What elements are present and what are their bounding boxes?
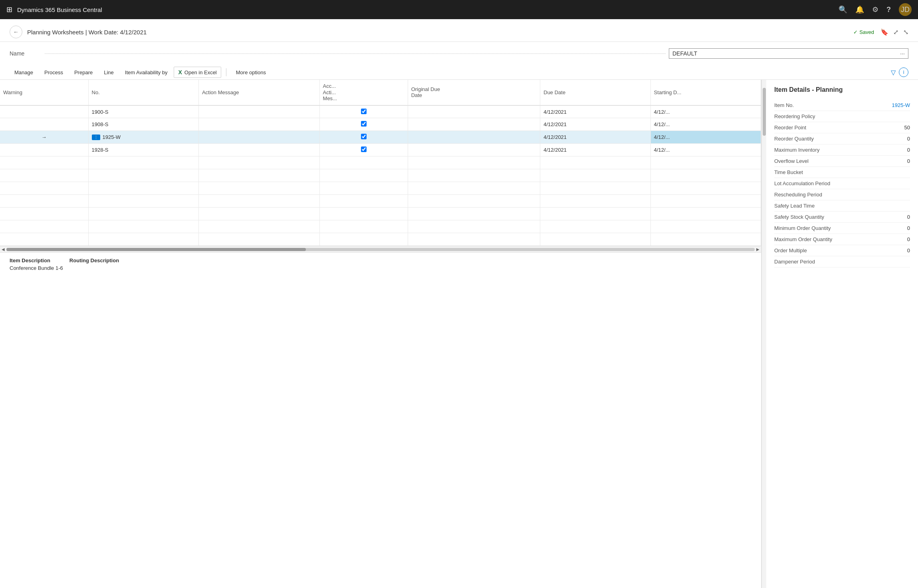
cell-action-message <box>198 144 319 156</box>
grid-icon[interactable]: ⊞ <box>6 5 12 14</box>
details-field-value: 0 <box>907 158 910 164</box>
process-button[interactable]: Process <box>40 67 68 78</box>
table-row[interactable]: 1928-S4/12/20214/12/... <box>0 144 761 156</box>
cell-checkbox[interactable] <box>319 195 408 208</box>
cell-starting-date <box>650 220 761 233</box>
table-row[interactable]: 1908-S4/12/20214/12/... <box>0 118 761 131</box>
row-checkbox[interactable] <box>361 134 367 139</box>
name-input[interactable] <box>672 50 897 57</box>
details-row: Maximum Order Quantity0 <box>774 234 910 245</box>
filter-icon[interactable]: ▽ <box>891 69 896 76</box>
table-row[interactable] <box>0 169 761 182</box>
cell-action-message <box>198 220 319 233</box>
table-row[interactable] <box>0 233 761 246</box>
details-field-label: Overflow Level <box>774 158 809 164</box>
details-field-value[interactable]: 1925-W <box>892 102 910 108</box>
table-header-row: Warning No. Action Message Acc...Acti...… <box>0 80 761 105</box>
user-avatar[interactable]: JD <box>899 3 912 16</box>
details-panel: Item Details - Planning Item No.1925-WRe… <box>766 80 918 588</box>
table-row[interactable] <box>0 208 761 220</box>
cell-checkbox[interactable] <box>319 220 408 233</box>
expand-icon[interactable]: ⤢ <box>893 28 898 36</box>
cell-starting-date: 4/12/... <box>650 118 761 131</box>
table-row[interactable]: →⋮1925-W4/12/20214/12/... <box>0 131 761 144</box>
cell-no: 1928-S <box>88 144 198 156</box>
cell-original-due-date <box>408 208 540 220</box>
cell-starting-date: 4/12/... <box>650 144 761 156</box>
toolbar-right: ▽ i <box>891 67 908 77</box>
cell-due-date <box>540 156 650 169</box>
details-row: Reorder Point50 <box>774 122 910 133</box>
back-button[interactable]: ← <box>10 26 22 38</box>
cell-original-due-date <box>408 182 540 195</box>
details-row: Safety Stock Quantity0 <box>774 212 910 223</box>
topbar: ⊞ Dynamics 365 Business Central 🔍 🔔 ⚙ ? … <box>0 0 918 19</box>
prepare-button[interactable]: Prepare <box>69 67 97 78</box>
manage-button[interactable]: Manage <box>10 67 38 78</box>
cell-no <box>88 195 198 208</box>
cell-checkbox[interactable] <box>319 118 408 131</box>
vertical-scrollbar[interactable] <box>761 80 766 588</box>
horizontal-scrollbar[interactable]: ◀ ▶ <box>0 246 761 252</box>
cell-checkbox[interactable] <box>319 105 408 118</box>
cell-original-due-date <box>408 169 540 182</box>
cell-due-date <box>540 182 650 195</box>
check-icon: ✓ <box>853 29 858 35</box>
table-row[interactable] <box>0 182 761 195</box>
table-row[interactable]: 1900-S4/12/20214/12/... <box>0 105 761 118</box>
cell-checkbox[interactable] <box>319 208 408 220</box>
cell-warning <box>0 182 88 195</box>
cell-no: 1900-S <box>88 105 198 118</box>
table-row[interactable] <box>0 220 761 233</box>
cell-no: 1908-S <box>88 118 198 131</box>
cell-checkbox[interactable] <box>319 169 408 182</box>
bell-icon[interactable]: 🔔 <box>855 5 864 14</box>
toolbar: Manage Process Prepare Line Item Availab… <box>0 65 918 80</box>
page-title: Planning Worksheets | Work Date: 4/12/20… <box>27 29 849 36</box>
line-button[interactable]: Line <box>99 67 119 78</box>
cell-warning <box>0 156 88 169</box>
cell-due-date <box>540 195 650 208</box>
scroll-left-icon[interactable]: ◀ <box>2 247 5 251</box>
cell-checkbox[interactable] <box>319 144 408 156</box>
open-excel-button[interactable]: X Open in Excel <box>174 67 221 78</box>
cell-action-message <box>198 169 319 182</box>
cell-action-message <box>198 208 319 220</box>
details-field-value: 50 <box>904 125 910 131</box>
cell-action-message <box>198 156 319 169</box>
details-row: Time Bucket <box>774 167 910 178</box>
cell-due-date: 4/12/2021 <box>540 105 650 118</box>
details-row: Item No.1925-W <box>774 100 910 111</box>
th-warning: Warning <box>0 80 88 105</box>
name-more-button[interactable]: ··· <box>900 50 905 57</box>
info-button[interactable]: i <box>899 67 908 77</box>
gear-icon[interactable]: ⚙ <box>872 5 878 14</box>
shrink-icon[interactable]: ⤡ <box>903 28 908 36</box>
item-availability-button[interactable]: Item Availability by <box>120 67 172 78</box>
table-row[interactable] <box>0 195 761 208</box>
row-checkbox[interactable] <box>361 121 367 127</box>
cell-checkbox[interactable] <box>319 156 408 169</box>
details-field-value: 0 <box>907 136 910 142</box>
cell-checkbox[interactable] <box>319 233 408 246</box>
search-icon[interactable]: 🔍 <box>839 5 847 14</box>
routing-description-label: Routing Description <box>69 257 119 263</box>
details-field-label: Dampener Period <box>774 259 815 265</box>
scroll-track[interactable] <box>6 248 755 251</box>
details-row: Maximum Inventory0 <box>774 145 910 156</box>
table-row[interactable] <box>0 156 761 169</box>
row-dots-button[interactable]: ⋮ <box>92 135 100 140</box>
scroll-right-icon[interactable]: ▶ <box>756 247 759 251</box>
more-options-button[interactable]: More options <box>231 67 271 78</box>
details-field-value: 0 <box>907 225 910 231</box>
cell-action-message <box>198 233 319 246</box>
row-checkbox[interactable] <box>361 109 367 114</box>
cell-starting-date: 4/12/... <box>650 105 761 118</box>
cell-no <box>88 220 198 233</box>
bookmark-icon[interactable]: 🔖 <box>880 28 888 36</box>
cell-checkbox[interactable] <box>319 182 408 195</box>
row-checkbox[interactable] <box>361 147 367 152</box>
cell-checkbox[interactable] <box>319 131 408 144</box>
help-icon[interactable]: ? <box>886 6 891 14</box>
cell-no <box>88 208 198 220</box>
